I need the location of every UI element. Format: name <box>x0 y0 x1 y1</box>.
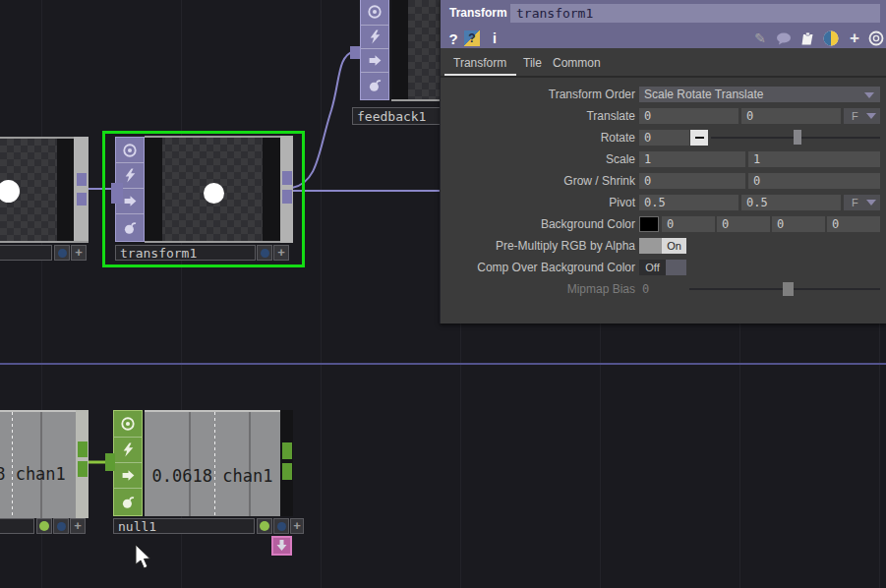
node-viewer-thumbnail[interactable] <box>408 0 441 99</box>
blue-dot-icon <box>57 522 66 531</box>
rotate-field[interactable]: 0 <box>639 130 689 146</box>
param-label: Translate <box>441 105 635 127</box>
grow-y-field[interactable]: 0 <box>748 173 880 189</box>
python-help-icon[interactable]: ? <box>464 30 480 46</box>
bgcolor-r-field[interactable]: 0 <box>662 216 715 232</box>
bypass-flag[interactable] <box>361 49 388 73</box>
comment-icon[interactable] <box>775 29 793 47</box>
viewer-flag[interactable] <box>114 411 142 438</box>
node-name-box[interactable] <box>0 518 34 534</box>
scale-x-field[interactable]: 1 <box>639 151 745 167</box>
output-connector[interactable] <box>282 442 292 459</box>
tab-tile[interactable]: Tile <box>523 56 542 70</box>
grid-line <box>321 0 322 588</box>
comp-over-toggle-off[interactable]: Off <box>639 260 666 275</box>
node-color-button[interactable] <box>53 518 69 534</box>
pin-target-icon[interactable] <box>867 29 885 47</box>
add-parameter-icon[interactable]: + <box>846 29 863 47</box>
node-name-box[interactable]: null1 <box>113 518 255 534</box>
pivot-y-field[interactable]: 0.5 <box>741 195 841 210</box>
chop-channel-view[interactable]: 0.0618 chan1 <box>145 412 280 516</box>
input-connector[interactable] <box>105 453 115 471</box>
node-color-button[interactable] <box>54 245 70 261</box>
translate-unit-menu[interactable]: F <box>844 108 880 124</box>
output-connector[interactable] <box>282 463 292 480</box>
copy-parameters-icon[interactable] <box>798 29 816 47</box>
node-name-box[interactable]: transform1 <box>115 245 256 261</box>
flag-column <box>360 0 389 100</box>
node-name-box[interactable]: feedback1 <box>352 107 441 125</box>
thumbnail-black-bar <box>145 138 162 241</box>
param-label: Comp Over Background Color <box>441 257 635 278</box>
bypass-flag[interactable] <box>114 463 142 489</box>
bgcolor-b-field[interactable]: 0 <box>772 216 825 232</box>
python-expressions-icon[interactable] <box>822 29 840 47</box>
transform-order-menu[interactable]: Scale Rotate Translate <box>639 87 880 102</box>
mipmap-bias-value: 0 <box>642 281 649 297</box>
help-icon[interactable]: ? <box>444 29 462 47</box>
tabs-divider <box>441 76 886 78</box>
bgcolor-g-field[interactable]: 0 <box>717 216 770 232</box>
tab-transform[interactable]: Transform <box>453 56 506 70</box>
node-color-button[interactable] <box>257 245 272 261</box>
node-viewer-button[interactable] <box>257 518 272 534</box>
rotate-slider-handle[interactable] <box>794 130 801 145</box>
premultiply-toggle-track[interactable] <box>639 238 662 254</box>
node-frame <box>145 241 280 243</box>
tab-common[interactable]: Common <box>553 56 601 70</box>
edit-expression-icon[interactable]: ✎ <box>751 29 769 47</box>
input-connector[interactable] <box>350 46 360 59</box>
node-add-button[interactable]: + <box>273 245 289 261</box>
touchdesigner-network-editor: + tr <box>0 0 886 588</box>
node-add-button[interactable]: + <box>290 518 304 534</box>
viewer-flag[interactable] <box>361 0 388 26</box>
green-dot-icon <box>260 521 269 531</box>
node-name-box[interactable] <box>0 245 52 261</box>
chop-channel-view[interactable]: 8 chan1 <box>0 412 76 518</box>
output-connector[interactable] <box>77 193 87 206</box>
node-add-button[interactable]: + <box>70 518 86 534</box>
color-swatch[interactable] <box>639 216 659 232</box>
premultiply-toggle-on[interactable]: On <box>662 238 686 254</box>
input-connector[interactable] <box>111 183 123 204</box>
cook-flag[interactable] <box>114 438 142 463</box>
output-connector[interactable] <box>282 190 292 204</box>
node-frame <box>391 99 441 101</box>
lock-flag[interactable] <box>116 214 144 241</box>
param-row-rotate: Rotate 0 <box>441 127 886 148</box>
dialog-header[interactable]: Transform transform1 <box>441 0 886 27</box>
docked-node-arrow-button[interactable] <box>271 536 292 556</box>
info-icon[interactable]: i <box>486 29 503 47</box>
mipmap-slider-handle[interactable] <box>783 282 794 296</box>
blue-dot-icon <box>277 522 286 531</box>
node-viewer-button[interactable] <box>36 518 52 534</box>
translate-y-field[interactable]: 0 <box>741 108 841 124</box>
param-label: Transform Order <box>441 84 635 105</box>
output-connector[interactable] <box>77 173 87 186</box>
node-color-button[interactable] <box>273 518 289 534</box>
output-connector[interactable] <box>78 461 88 477</box>
comp-over-toggle-track[interactable] <box>666 260 686 275</box>
arrow-right-icon <box>368 53 383 68</box>
lock-flag[interactable] <box>361 73 388 97</box>
pivot-unit-menu[interactable]: F <box>844 195 880 210</box>
pivot-x-field[interactable]: 0.5 <box>639 195 738 210</box>
node-right-strip <box>74 137 89 243</box>
output-connector[interactable] <box>78 441 88 457</box>
grow-x-field[interactable]: 0 <box>639 173 745 189</box>
bgcolor-a-field[interactable]: 0 <box>827 216 880 232</box>
dialog-tabs: Transform Tile Common <box>441 56 886 76</box>
wire-horizontal-long[interactable] <box>0 363 886 365</box>
chevron-down-icon <box>864 92 874 98</box>
cook-flag[interactable] <box>361 26 388 49</box>
operator-name-field[interactable]: transform1 <box>510 4 880 23</box>
node-add-button[interactable]: + <box>71 245 87 261</box>
viewer-flag[interactable] <box>116 138 144 163</box>
rotate-ladder-grab[interactable] <box>690 130 708 146</box>
arrow-right-icon <box>121 468 136 483</box>
output-connector[interactable] <box>282 171 292 185</box>
lock-flag[interactable] <box>114 489 142 514</box>
translate-x-field[interactable]: 0 <box>639 108 738 124</box>
plus-icon: + <box>74 521 82 531</box>
scale-y-field[interactable]: 1 <box>748 151 880 167</box>
